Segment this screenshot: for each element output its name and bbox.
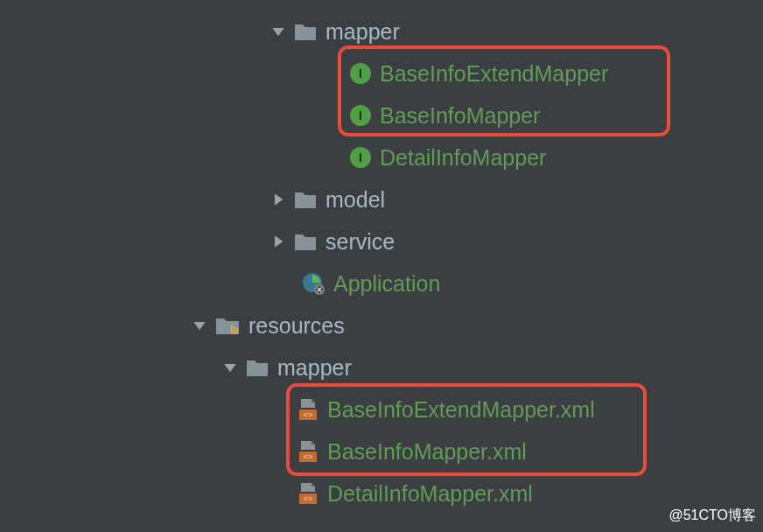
chevron-down-icon (192, 318, 206, 332)
resources-folder-icon (215, 316, 240, 335)
svg-rect-4 (234, 326, 235, 334)
tree-label: DetailInfoMapper.xml (327, 481, 533, 507)
interface-icon: I (350, 105, 371, 126)
tree-label: BaseInfoMapper (380, 103, 540, 129)
folder-icon (246, 358, 269, 377)
tree-item-interface[interactable]: I BaseInfoMapper (0, 94, 763, 136)
tree-folder-mapper[interactable]: mapper (0, 10, 763, 52)
xml-file-icon: <> (298, 399, 318, 420)
tree-item-interface[interactable]: I DetailInfoMapper (0, 136, 763, 178)
tree-label: DetailInfoMapper (380, 145, 546, 171)
folder-icon (294, 232, 317, 251)
tree-label: BaseInfoExtendMapper (380, 61, 608, 87)
svg-point-2 (318, 288, 321, 291)
interface-icon: I (350, 147, 371, 168)
tree-label: Application (333, 271, 440, 297)
project-tree: mapper I BaseInfoExtendMapper I BaseInfo… (0, 0, 763, 514)
tree-folder-service[interactable]: service (0, 220, 763, 262)
svg-text:<>: <> (304, 452, 313, 461)
tree-label: mapper (326, 19, 400, 45)
tree-item-xml[interactable]: <> DetailInfoMapper.xml (0, 472, 763, 514)
tree-item-interface[interactable]: I BaseInfoExtendMapper (0, 52, 763, 94)
svg-rect-3 (231, 325, 233, 334)
chevron-right-icon (271, 192, 285, 206)
watermark: @51CTO博客 (668, 507, 756, 525)
tree-label: resources (248, 313, 345, 339)
folder-icon (294, 190, 317, 209)
chevron-down-icon (271, 24, 285, 38)
tree-folder-resources[interactable]: resources (0, 304, 763, 346)
svg-text:<>: <> (304, 494, 313, 503)
xml-file-icon: <> (298, 483, 318, 504)
tree-label: model (326, 187, 385, 213)
tree-label: BaseInfoExtendMapper.xml (327, 397, 595, 423)
tree-label: mapper (277, 355, 352, 381)
interface-icon: I (350, 63, 371, 84)
tree-label: BaseInfoMapper.xml (327, 439, 527, 465)
tree-item-xml[interactable]: <> BaseInfoMapper.xml (0, 430, 763, 472)
chevron-down-icon (223, 360, 237, 374)
folder-icon (294, 22, 317, 41)
spring-boot-icon (302, 272, 325, 295)
tree-folder-resources-mapper[interactable]: mapper (0, 346, 763, 388)
svg-rect-5 (236, 328, 238, 334)
tree-item-xml[interactable]: <> BaseInfoExtendMapper.xml (0, 388, 763, 430)
xml-file-icon: <> (298, 441, 318, 462)
chevron-right-icon (271, 234, 285, 248)
tree-label: service (326, 229, 395, 255)
svg-text:<>: <> (304, 410, 313, 419)
tree-item-application[interactable]: Application (0, 262, 763, 304)
tree-folder-model[interactable]: model (0, 178, 763, 220)
